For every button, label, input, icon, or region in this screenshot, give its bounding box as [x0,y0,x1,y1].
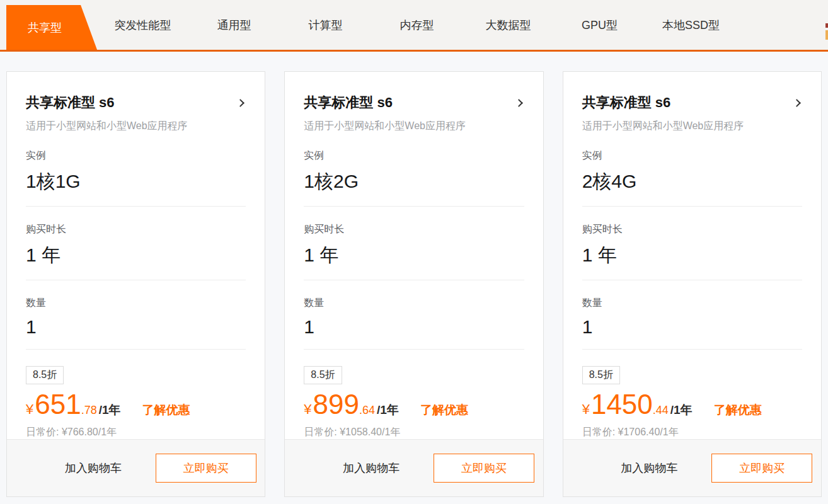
price-decimal: .78 [81,404,97,417]
discount-badge: 8.5折 [26,366,64,384]
tab-memory[interactable]: 内存型 [371,0,463,50]
next-tab-badge-icon-top [825,23,828,28]
field-label: 购买时长 [26,223,246,236]
tab-label: 大数据型 [486,18,531,33]
card-footer: 加入购物车 立即购买 [563,439,821,496]
currency-symbol: ¥ [26,401,33,418]
field-label: 实例 [582,149,802,163]
field-duration: 购买时长 1 年 [582,207,802,280]
card-footer: 加入购物车 立即购买 [285,439,543,496]
card-title: 共享标准型 s6 [26,93,115,112]
price-row: ¥ 899 .64 /1年 了解优惠 [304,391,524,418]
card-title-link[interactable]: 共享标准型 s6 [304,93,524,112]
tab-label: 通用型 [217,18,251,33]
field-value: 1 [582,316,802,338]
tab-label: 本地SSD型 [662,18,720,33]
tab-label: 突发性能型 [115,18,171,33]
card-main: 共享标准型 s6 适用于小型网站和小型Web应用程序 实例 1核2G 购买时长 … [285,72,543,439]
currency-symbol: ¥ [582,401,590,418]
regular-price: 日常价: ¥766.80/1年 [26,426,246,439]
tab-general[interactable]: 通用型 [188,0,280,50]
field-quantity: 数量 1 [304,280,524,350]
field-value: 2核4G [582,169,802,195]
tab-local-ssd[interactable]: 本地SSD型 [645,0,737,50]
field-label: 数量 [304,297,524,310]
field-value: 1 [304,316,524,338]
tab-label: GPU型 [582,18,618,33]
price-row: ¥ 1450 .44 /1年 了解优惠 [582,391,802,418]
price-integer: 651 [35,391,81,418]
buy-now-button[interactable]: 立即购买 [711,454,812,483]
add-to-cart-link[interactable]: 加入购物车 [65,461,122,476]
card-title-link[interactable]: 共享标准型 s6 [582,93,802,112]
instance-type-tabbar: 共享型 突发性能型 通用型 计算型 内存型 大数据型 GPU型 本地SSD型 [0,0,828,52]
discount-badge: 8.5折 [582,366,620,384]
field-instance: 实例 1核2G [304,133,524,207]
price-row: ¥ 651 .78 /1年 了解优惠 [26,391,246,418]
price-unit: /1年 [99,402,121,418]
tab-gpu[interactable]: GPU型 [554,0,645,50]
field-label: 数量 [26,297,246,310]
tab-label: 共享型 [28,20,62,35]
discount-badge: 8.5折 [304,366,342,384]
regular-price: 日常价: ¥1706.40/1年 [582,426,802,439]
field-label: 实例 [26,149,246,163]
promo-link[interactable]: 了解优惠 [142,402,190,418]
field-duration: 购买时长 1 年 [304,207,524,280]
field-duration: 购买时长 1 年 [26,207,246,280]
card-footer: 加入购物车 立即购买 [7,439,265,496]
card-subtitle: 适用于小型网站和小型Web应用程序 [26,120,246,133]
tab-bigdata[interactable]: 大数据型 [463,0,554,50]
field-quantity: 数量 1 [26,280,246,350]
card-subtitle: 适用于小型网站和小型Web应用程序 [304,120,524,133]
promo-link[interactable]: 了解优惠 [420,402,468,418]
next-tab-badge-icon-bottom [825,30,828,40]
field-value: 1核2G [304,169,524,195]
regular-price: 日常价: ¥1058.40/1年 [304,426,524,439]
tab-compute[interactable]: 计算型 [280,0,371,50]
price-decimal: .64 [359,404,375,417]
add-to-cart-link[interactable]: 加入购物车 [343,461,400,476]
field-value: 1核1G [26,169,246,195]
card-main: 共享标准型 s6 适用于小型网站和小型Web应用程序 实例 2核4G 购买时长 … [563,72,821,439]
tab-burstable[interactable]: 突发性能型 [97,0,188,50]
tab-label: 内存型 [400,18,434,33]
currency-symbol: ¥ [304,401,311,418]
tab-next-partial[interactable] [737,0,828,50]
add-to-cart-link[interactable]: 加入购物车 [621,461,677,476]
field-value: 1 年 [582,243,802,268]
field-instance: 实例 2核4G [582,133,802,207]
field-instance: 实例 1核1G [26,133,246,207]
card-title-link[interactable]: 共享标准型 s6 [26,93,246,112]
chevron-right-icon[interactable] [236,99,244,107]
pricing-cards-row: 共享标准型 s6 适用于小型网站和小型Web应用程序 实例 1核1G 购买时长 … [0,52,828,497]
card-subtitle: 适用于小型网站和小型Web应用程序 [582,120,802,133]
chevron-right-icon[interactable] [515,99,523,107]
field-value: 1 [26,316,246,338]
pricing-card-3: 共享标准型 s6 适用于小型网站和小型Web应用程序 实例 2核4G 购买时长 … [563,71,822,497]
field-label: 购买时长 [582,223,802,236]
card-title: 共享标准型 s6 [582,93,671,112]
price-unit: /1年 [670,402,693,418]
price-integer: 1450 [591,391,653,418]
tab-label: 计算型 [309,18,343,33]
promo-link[interactable]: 了解优惠 [714,402,762,418]
field-label: 数量 [582,297,802,310]
price-decimal: .44 [653,404,669,417]
price-integer: 899 [313,391,359,418]
chevron-right-icon[interactable] [793,99,801,107]
price-unit: /1年 [377,402,399,418]
field-value: 1 年 [26,243,246,268]
buy-now-button[interactable]: 立即购买 [156,454,256,483]
field-quantity: 数量 1 [582,280,802,350]
card-title: 共享标准型 s6 [304,93,393,112]
field-label: 实例 [304,149,524,163]
buy-now-button[interactable]: 立即购买 [434,454,534,483]
card-main: 共享标准型 s6 适用于小型网站和小型Web应用程序 实例 1核1G 购买时长 … [7,72,265,439]
pricing-card-1: 共享标准型 s6 适用于小型网站和小型Web应用程序 实例 1核1G 购买时长 … [6,71,265,497]
field-label: 购买时长 [304,223,524,236]
pricing-card-2: 共享标准型 s6 适用于小型网站和小型Web应用程序 实例 1核2G 购买时长 … [284,71,543,497]
field-value: 1 年 [304,243,524,268]
tab-shared[interactable]: 共享型 [6,5,97,50]
